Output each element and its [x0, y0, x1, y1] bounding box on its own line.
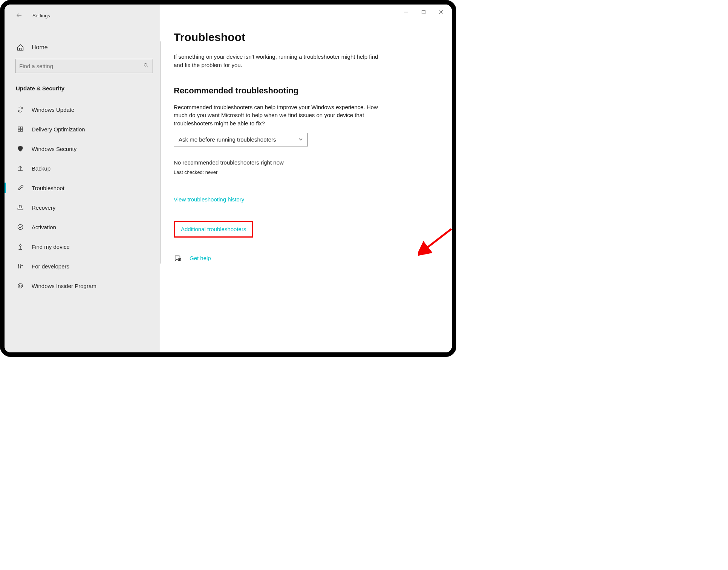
sidebar-item-for-developers[interactable]: For developers	[5, 256, 160, 276]
check-circle-icon	[17, 223, 24, 231]
search-input-wrap[interactable]	[15, 59, 153, 73]
sidebar-item-activation[interactable]: Activation	[5, 217, 160, 237]
recommended-body: Recommended troubleshooters can help imp…	[174, 103, 385, 128]
get-help-link[interactable]: Get help	[190, 255, 211, 261]
last-checked-text: Last checked: never	[174, 169, 437, 175]
titlebar	[5, 5, 452, 20]
search-input[interactable]	[19, 63, 149, 69]
sidebar-item-label: Troubleshoot	[32, 185, 64, 191]
sidebar-item-label: Windows Update	[32, 107, 74, 113]
svg-rect-1	[422, 11, 425, 14]
sidebar-item-label: Backup	[32, 165, 50, 172]
svg-point-21	[20, 267, 21, 267]
developer-icon	[17, 262, 24, 270]
sidebar-item-label: Find my device	[32, 244, 70, 250]
view-history-link[interactable]: View troubleshooting history	[174, 196, 244, 203]
annotation-highlight: Additional troubleshooters	[174, 221, 253, 238]
sidebar-item-recovery[interactable]: Recovery	[5, 198, 160, 217]
shield-icon	[17, 145, 24, 152]
recommended-heading: Recommended troubleshooting	[174, 86, 437, 96]
sidebar-item-label: Activation	[32, 224, 56, 230]
svg-point-22	[21, 265, 22, 266]
location-icon	[17, 243, 24, 250]
insider-icon	[17, 282, 24, 290]
sync-icon	[17, 106, 24, 113]
close-button[interactable]	[432, 6, 450, 18]
maximize-button[interactable]	[415, 6, 432, 18]
svg-rect-14	[18, 208, 23, 210]
additional-troubleshooters-link[interactable]: Additional troubleshooters	[181, 226, 246, 232]
troubleshooter-preference-dropdown[interactable]: Ask me before running troubleshooters	[174, 133, 308, 146]
svg-point-25	[21, 285, 22, 286]
svg-rect-8	[18, 127, 20, 129]
sidebar-item-windows-security[interactable]: Windows Security	[5, 139, 160, 159]
sidebar-item-label: Delivery Optimization	[32, 126, 85, 133]
sidebar-item-label: Windows Security	[32, 146, 76, 152]
svg-line-7	[147, 66, 148, 67]
delivery-icon	[17, 125, 24, 133]
sidebar-item-windows-update[interactable]: Windows Update	[5, 100, 160, 119]
backup-icon	[17, 165, 24, 172]
home-icon	[17, 44, 24, 51]
sidebar: Settings Home Update & Security	[5, 5, 160, 352]
svg-point-6	[144, 63, 147, 66]
svg-point-23	[18, 283, 23, 288]
sidebar-item-label: Recovery	[32, 204, 55, 211]
svg-rect-10	[18, 130, 20, 131]
sidebar-item-home[interactable]: Home	[5, 39, 160, 56]
window-controls	[398, 6, 450, 18]
page-title: Troubleshoot	[174, 31, 437, 44]
dropdown-value: Ask me before running troubleshooters	[179, 136, 276, 143]
no-recommended-text: No recommended troubleshooters right now	[174, 159, 437, 166]
window-frame: Settings Home Update & Security	[0, 0, 456, 357]
svg-point-16	[20, 245, 21, 247]
sidebar-item-windows-insider[interactable]: Windows Insider Program	[5, 276, 160, 296]
sidebar-item-label: Windows Insider Program	[32, 283, 96, 289]
recovery-icon	[17, 204, 24, 211]
sidebar-item-find-my-device[interactable]: Find my device	[5, 237, 160, 256]
svg-rect-9	[21, 127, 23, 129]
sidebar-item-label: For developers	[32, 263, 69, 270]
svg-point-24	[19, 285, 20, 286]
sidebar-item-delivery-optimization[interactable]: Delivery Optimization	[5, 119, 160, 139]
sidebar-item-backup[interactable]: Backup	[5, 159, 160, 178]
sidebar-section-title: Update & Security	[5, 76, 160, 100]
svg-point-15	[18, 224, 23, 230]
svg-rect-11	[21, 130, 23, 131]
intro-text: If something on your device isn't workin…	[174, 53, 385, 69]
home-label: Home	[32, 44, 48, 51]
get-help-row[interactable]: ? Get help	[174, 254, 437, 262]
svg-point-20	[18, 265, 19, 265]
wrench-icon	[17, 184, 24, 192]
chevron-down-icon	[298, 136, 303, 143]
help-chat-icon: ?	[174, 254, 182, 262]
svg-rect-5	[20, 48, 21, 50]
content-pane: Troubleshoot If something on your device…	[160, 5, 452, 352]
minimize-button[interactable]	[398, 6, 415, 18]
sidebar-item-troubleshoot[interactable]: Troubleshoot	[5, 178, 160, 198]
search-icon	[143, 62, 149, 70]
